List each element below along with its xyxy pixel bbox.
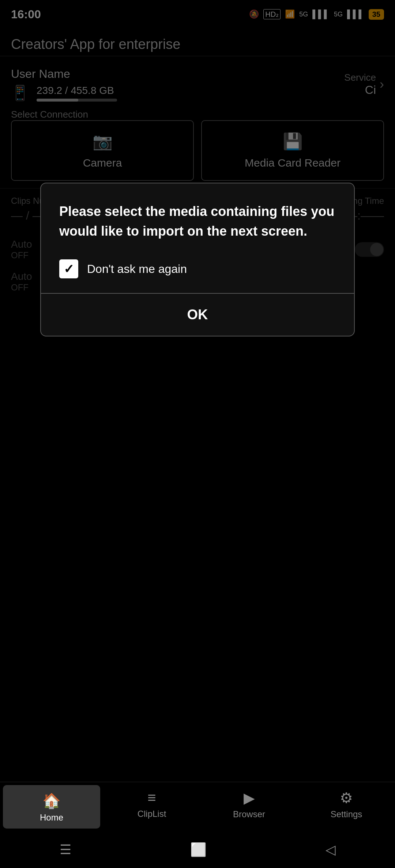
modal-checkbox-label: Don't ask me again	[87, 262, 187, 276]
settings-icon: ⚙	[340, 789, 353, 806]
modal-body: Please select the media containing files…	[41, 183, 354, 293]
nav-label-home: Home	[40, 812, 63, 823]
modal-message: Please select the media containing files…	[59, 202, 336, 241]
nav-label-browser: Browser	[233, 809, 265, 819]
modal-checkbox-row[interactable]: ✓ Don't ask me again	[59, 259, 336, 278]
nav-item-home[interactable]: 🏠 Home	[3, 785, 100, 829]
cliplist-icon: ≡	[147, 789, 156, 806]
home-icon: 🏠	[42, 792, 61, 810]
nav-label-settings: Settings	[331, 809, 362, 819]
modal-box: Please select the media containing files…	[40, 183, 355, 336]
browser-icon: ▶	[244, 789, 255, 806]
system-menu-icon[interactable]: ☰	[60, 842, 71, 857]
bottom-nav: 🏠 Home ≡ ClipList ▶ Browser ⚙ Settings	[0, 782, 395, 831]
nav-item-settings[interactable]: ⚙ Settings	[298, 782, 395, 831]
nav-item-browser[interactable]: ▶ Browser	[200, 782, 298, 831]
modal-checkbox[interactable]: ✓	[59, 259, 78, 278]
system-back-icon[interactable]: ◁	[326, 842, 336, 857]
modal-ok-button[interactable]: OK	[41, 294, 354, 336]
nav-label-cliplist: ClipList	[138, 809, 166, 819]
modal-overlay: Please select the media containing files…	[0, 0, 395, 868]
checkbox-checkmark-icon: ✓	[64, 262, 74, 276]
system-nav: ☰ ⬜ ◁	[0, 831, 395, 868]
nav-item-cliplist[interactable]: ≡ ClipList	[103, 782, 200, 831]
system-home-icon[interactable]: ⬜	[190, 842, 207, 857]
